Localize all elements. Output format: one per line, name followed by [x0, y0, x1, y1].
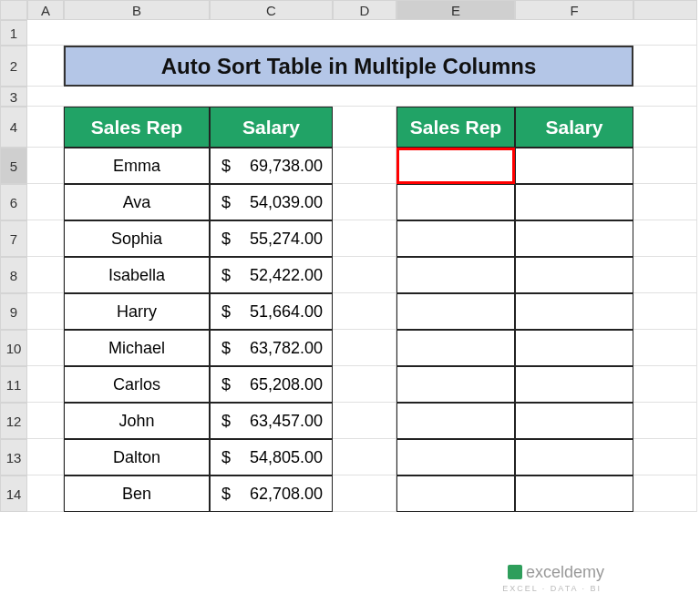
cell[interactable] — [633, 366, 697, 403]
rep-name[interactable]: Isabella — [64, 257, 210, 293]
rep-name[interactable]: Michael — [64, 330, 210, 366]
col-header-F[interactable]: F — [515, 0, 633, 20]
row-header-11[interactable]: 11 — [0, 366, 27, 403]
rep-name[interactable]: Ava — [64, 184, 210, 220]
cell[interactable] — [333, 148, 396, 184]
row-header-4[interactable]: 4 — [0, 107, 27, 148]
empty-cell[interactable] — [396, 293, 515, 330]
rep-salary[interactable]: $65,208.00 — [210, 366, 333, 403]
cell[interactable] — [27, 184, 64, 220]
empty-cell[interactable] — [515, 184, 633, 220]
cell[interactable] — [333, 439, 396, 475]
empty-cell[interactable] — [396, 439, 515, 475]
select-all-corner[interactable] — [0, 0, 27, 20]
col-header-C[interactable]: C — [210, 0, 333, 20]
rep-salary[interactable]: $55,274.00 — [210, 220, 333, 257]
cell[interactable] — [333, 293, 396, 330]
cell[interactable] — [633, 330, 697, 366]
cell[interactable] — [633, 107, 697, 148]
rep-name[interactable]: Carlos — [64, 366, 210, 403]
empty-cell[interactable] — [515, 366, 633, 403]
rep-name[interactable]: Harry — [64, 293, 210, 330]
rep-salary[interactable]: $63,782.00 — [210, 330, 333, 366]
row-header-8[interactable]: 8 — [0, 257, 27, 293]
cell[interactable] — [27, 293, 64, 330]
rep-salary[interactable]: $54,805.00 — [210, 439, 333, 475]
cell[interactable] — [27, 366, 64, 403]
col-header-D[interactable]: D — [333, 0, 396, 20]
title-merged-cell[interactable]: Auto Sort Table in Multiple Columns — [64, 46, 633, 87]
rep-name[interactable]: Emma — [64, 148, 210, 184]
cell[interactable] — [333, 220, 396, 257]
cell[interactable] — [333, 403, 396, 439]
rep-salary[interactable]: $69,738.00 — [210, 148, 333, 184]
cell[interactable] — [633, 220, 697, 257]
cell[interactable] — [633, 439, 697, 475]
empty-cell[interactable] — [515, 330, 633, 366]
empty-cell[interactable] — [396, 366, 515, 403]
header-sales-rep-1[interactable]: Sales Rep — [64, 107, 210, 148]
col-header-B[interactable]: B — [64, 0, 210, 20]
row-header-9[interactable]: 9 — [0, 293, 27, 330]
cell[interactable] — [27, 475, 64, 512]
cell[interactable] — [633, 184, 697, 220]
cell[interactable] — [333, 366, 396, 403]
row-header-7[interactable]: 7 — [0, 220, 27, 257]
cell[interactable] — [333, 107, 396, 148]
col-header-A[interactable]: A — [27, 0, 64, 20]
cell[interactable] — [27, 220, 64, 257]
cell[interactable] — [27, 148, 64, 184]
cell[interactable] — [633, 475, 697, 512]
empty-cell[interactable] — [515, 220, 633, 257]
rep-salary[interactable]: $62,708.00 — [210, 475, 333, 512]
row-header-2[interactable]: 2 — [0, 46, 27, 87]
header-sales-rep-2[interactable]: Sales Rep — [396, 107, 515, 148]
empty-cell[interactable] — [515, 439, 633, 475]
header-salary-1[interactable]: Salary — [210, 107, 333, 148]
cell[interactable] — [633, 46, 697, 87]
cell[interactable] — [633, 293, 697, 330]
row-header-1[interactable]: 1 — [0, 20, 27, 46]
active-cell-E5[interactable] — [396, 148, 515, 184]
empty-cell[interactable] — [396, 330, 515, 366]
empty-cell[interactable] — [396, 184, 515, 220]
rep-salary[interactable]: $51,664.00 — [210, 293, 333, 330]
empty-cell[interactable] — [515, 257, 633, 293]
cell[interactable] — [633, 403, 697, 439]
cell[interactable] — [27, 107, 64, 148]
cell[interactable] — [27, 330, 64, 366]
rep-name[interactable]: John — [64, 403, 210, 439]
rep-name[interactable]: Ben — [64, 475, 210, 512]
empty-cell[interactable] — [396, 403, 515, 439]
empty-cell[interactable] — [396, 257, 515, 293]
cell[interactable] — [27, 439, 64, 475]
rep-name[interactable]: Dalton — [64, 439, 210, 475]
empty-cell[interactable] — [396, 475, 515, 512]
rep-name[interactable]: Sophia — [64, 220, 210, 257]
cell[interactable] — [27, 20, 697, 46]
cell[interactable] — [633, 257, 697, 293]
row-header-3[interactable]: 3 — [0, 87, 27, 107]
rep-salary[interactable]: $63,457.00 — [210, 403, 333, 439]
row-header-6[interactable]: 6 — [0, 184, 27, 220]
cell[interactable] — [27, 257, 64, 293]
empty-cell[interactable] — [515, 148, 633, 184]
empty-cell[interactable] — [515, 403, 633, 439]
cell[interactable] — [333, 257, 396, 293]
empty-cell[interactable] — [515, 475, 633, 512]
cell[interactable] — [27, 403, 64, 439]
row-header-12[interactable]: 12 — [0, 403, 27, 439]
col-header-E[interactable]: E — [396, 0, 515, 20]
header-salary-2[interactable]: Salary — [515, 107, 633, 148]
cell[interactable] — [27, 46, 64, 87]
cell[interactable] — [633, 148, 697, 184]
rep-salary[interactable]: $52,422.00 — [210, 257, 333, 293]
rep-salary[interactable]: $54,039.00 — [210, 184, 333, 220]
cell[interactable] — [333, 475, 396, 512]
empty-cell[interactable] — [515, 293, 633, 330]
col-header-blank[interactable] — [633, 0, 697, 20]
cell[interactable] — [333, 330, 396, 366]
row-header-13[interactable]: 13 — [0, 439, 27, 475]
row-header-14[interactable]: 14 — [0, 475, 27, 512]
row-header-5[interactable]: 5 — [0, 148, 27, 184]
